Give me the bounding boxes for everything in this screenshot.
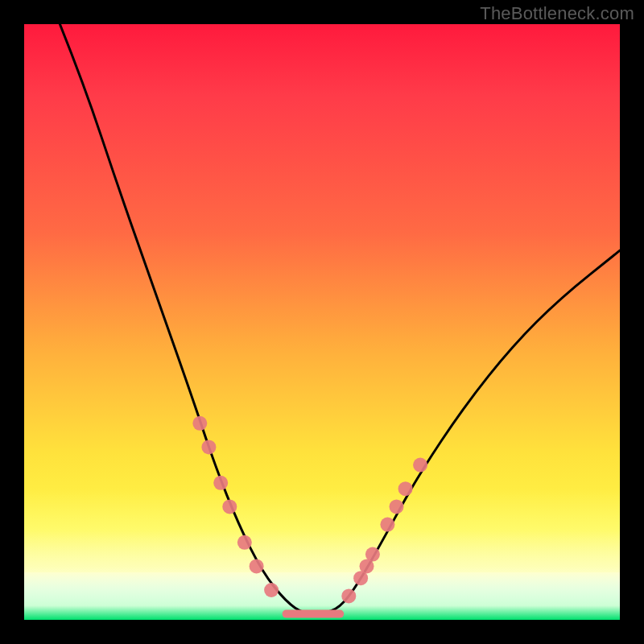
- markers-left: [192, 416, 279, 597]
- bottleneck-curve: [60, 24, 620, 614]
- chart-frame: TheBottleneck.com: [0, 0, 644, 644]
- svg-point-13: [390, 499, 404, 514]
- svg-point-11: [365, 547, 380, 562]
- svg-point-5: [237, 535, 252, 550]
- svg-point-2: [201, 440, 216, 454]
- svg-point-1: [192, 416, 207, 431]
- markers-right: [341, 458, 427, 604]
- svg-point-8: [341, 588, 356, 603]
- svg-point-3: [213, 476, 228, 490]
- svg-point-4: [222, 499, 237, 514]
- svg-point-14: [398, 481, 413, 496]
- svg-point-7: [264, 583, 279, 597]
- svg-point-15: [413, 458, 427, 473]
- watermark-text: TheBottleneck.com: [480, 3, 634, 24]
- chart-svg: [24, 24, 620, 620]
- svg-point-6: [250, 559, 264, 573]
- plot-area: [24, 24, 620, 620]
- svg-point-12: [380, 518, 394, 532]
